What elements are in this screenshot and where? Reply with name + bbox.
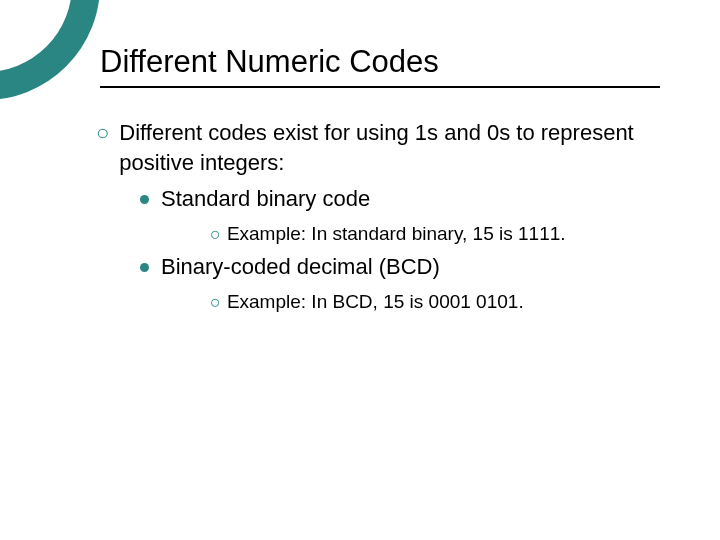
lvl1-text: Different codes exist for using 1s and 0… bbox=[119, 118, 680, 178]
ring-bullet-icon: ○ bbox=[96, 118, 109, 148]
list-item: ○ Different codes exist for using 1s and… bbox=[96, 118, 680, 178]
lvl2-text: Binary-coded decimal (BCD) bbox=[161, 252, 440, 282]
lvl3-text: Example: In standard binary, 15 is 1111. bbox=[227, 220, 566, 248]
slide-title: Different Numeric Codes bbox=[100, 44, 680, 80]
bullet-level-3: ○ Example: In standard binary, 15 is 111… bbox=[210, 220, 680, 248]
list-item: Standard binary code bbox=[140, 184, 680, 214]
dot-bullet-icon bbox=[140, 195, 149, 204]
dot-bullet-icon bbox=[140, 263, 149, 272]
lvl2-text: Standard binary code bbox=[161, 184, 370, 214]
bullet-level-1: ○ Different codes exist for using 1s and… bbox=[96, 118, 680, 316]
slide-content: Different Numeric Codes ○ Different code… bbox=[0, 0, 720, 540]
bullet-level-3: ○ Example: In BCD, 15 is 0001 0101. bbox=[210, 288, 680, 316]
title-underline bbox=[100, 86, 660, 88]
ring-bullet-icon: ○ bbox=[210, 288, 221, 316]
list-item: Binary-coded decimal (BCD) bbox=[140, 252, 680, 282]
list-item: ○ Example: In BCD, 15 is 0001 0101. bbox=[210, 288, 680, 316]
lvl3-text: Example: In BCD, 15 is 0001 0101. bbox=[227, 288, 524, 316]
bullet-level-2: Standard binary code ○ Example: In stand… bbox=[140, 184, 680, 316]
ring-bullet-icon: ○ bbox=[210, 220, 221, 248]
list-item: ○ Example: In standard binary, 15 is 111… bbox=[210, 220, 680, 248]
